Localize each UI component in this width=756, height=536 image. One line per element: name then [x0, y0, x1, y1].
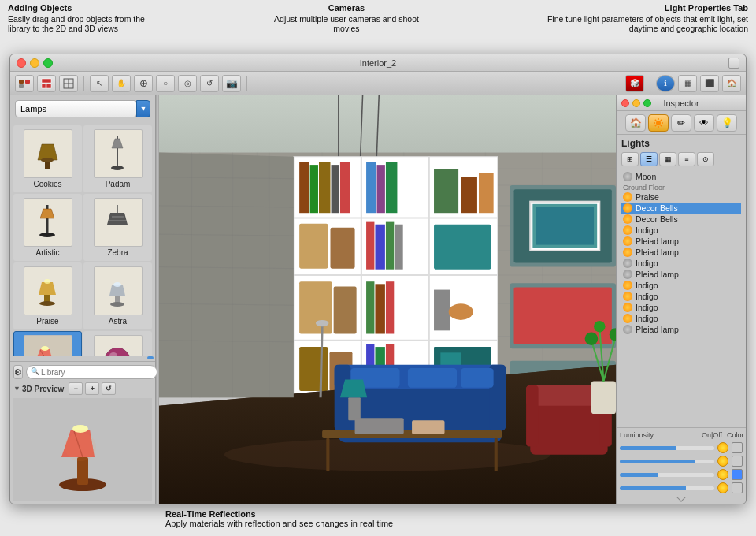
tab-lamp[interactable]: 💡 — [717, 114, 737, 132]
slider-row — [620, 442, 743, 453]
list-item[interactable]: Indigo — [621, 302, 741, 313]
list-item[interactable]: Indigo — [621, 313, 741, 324]
scroll-indicator — [147, 356, 154, 359]
color-swatch[interactable] — [732, 456, 743, 467]
list-item[interactable]: Reading Lamp — [13, 331, 82, 356]
select-tool[interactable]: ↖ — [90, 75, 109, 92]
svg-rect-97 — [366, 281, 374, 333]
svg-rect-93 — [395, 225, 402, 270]
light-icon — [623, 214, 632, 224]
search-icon: 🔍 — [31, 367, 39, 375]
light-icon — [623, 292, 632, 301]
circle2-tool[interactable]: ◎ — [178, 75, 197, 92]
light-view-details[interactable]: ≡ — [678, 152, 695, 166]
tab-object[interactable]: 🏠 — [625, 114, 646, 132]
list-item[interactable]: Pleiad lamp — [621, 324, 741, 335]
toolbar-rooms-btn[interactable] — [37, 75, 56, 92]
inspector-maximize[interactable] — [643, 99, 651, 107]
add-tool[interactable]: ⊕ — [134, 75, 153, 92]
luminosity-slider[interactable] — [620, 460, 714, 463]
room-scene — [159, 95, 616, 504]
luminosity-slider[interactable] — [620, 473, 714, 477]
inspector-minimize[interactable] — [632, 99, 640, 107]
color-swatch[interactable] — [732, 442, 743, 453]
info-btn[interactable]: ℹ — [656, 75, 675, 92]
svg-rect-91 — [375, 225, 384, 270]
list-item[interactable]: Zebra — [83, 194, 152, 261]
list-item[interactable]: Decor Bells — [621, 214, 741, 225]
section-label: Ground Floor — [621, 182, 741, 192]
minimize-button[interactable] — [30, 58, 39, 68]
maximize-button[interactable] — [43, 58, 53, 68]
list-item[interactable]: Praise — [621, 192, 741, 203]
reset-view-btn[interactable]: ↺ — [102, 382, 116, 395]
color-swatch[interactable] — [732, 469, 743, 480]
light-icon — [623, 192, 632, 202]
list-item[interactable]: Decor Bells — [621, 203, 741, 214]
home-btn[interactable]: 🏠 — [722, 75, 741, 92]
rotate-tool[interactable]: ↺ — [200, 75, 219, 92]
item-thumbnail — [94, 198, 143, 247]
list-item[interactable]: Pleiad lamp — [621, 247, 741, 258]
svg-rect-0 — [19, 80, 24, 84]
list-item[interactable]: Indigo — [621, 291, 741, 302]
svg-point-144 — [585, 332, 598, 345]
svg-marker-20 — [107, 213, 128, 225]
light-view-list[interactable]: ☰ — [640, 152, 658, 166]
preview-area — [13, 398, 152, 501]
list-item[interactable]: Indigo — [621, 280, 741, 291]
category-selector: Lamps ▼ — [15, 100, 150, 117]
list-item[interactable]: Astra — [83, 262, 152, 329]
left-panel: Lamps ▼ Cookies — [10, 95, 156, 504]
svg-marker-15 — [112, 139, 123, 148]
svg-point-24 — [39, 301, 55, 306]
resize-button[interactable] — [728, 58, 739, 69]
list-item[interactable]: Padam — [83, 125, 152, 192]
color-swatch[interactable] — [732, 482, 743, 493]
search-input[interactable] — [26, 365, 158, 379]
view-2d-btn[interactable]: ▦ — [678, 75, 697, 92]
tab-light[interactable] — [648, 114, 669, 132]
bulb-icon — [717, 469, 728, 480]
light-view-grid[interactable]: ▦ — [659, 152, 676, 166]
list-item[interactable]: Artistic — [13, 194, 82, 261]
luminosity-slider[interactable] — [620, 486, 714, 490]
light-icon — [623, 281, 632, 290]
3d-view[interactable] — [159, 95, 616, 504]
tab-edit[interactable]: ✏ — [671, 114, 691, 132]
list-item[interactable]: Pleiad lamp — [621, 269, 741, 280]
svg-rect-90 — [366, 222, 374, 270]
toolbar: ↖ ✋ ⊕ ○ ◎ ↺ 📷 🎲 ℹ ▦ ⬛ 🏠 — [10, 72, 746, 95]
toolbar-grid-btn[interactable] — [59, 75, 78, 92]
view-3d-btn[interactable]: ⬛ — [700, 75, 719, 92]
list-item[interactable]: Indigo — [621, 225, 741, 236]
light-view-all[interactable]: ⊞ — [621, 152, 639, 166]
item-thumbnail — [24, 335, 72, 356]
list-item[interactable]: Pleiad lamp — [621, 236, 741, 247]
tab-view[interactable]: 👁 — [694, 114, 714, 132]
light-name: Indigo — [636, 303, 658, 312]
category-dropdown[interactable]: Lamps — [15, 100, 137, 117]
list-item[interactable]: Cookies — [13, 125, 82, 192]
view-toggle[interactable]: ▼ 3D Preview − + ↺ — [13, 382, 152, 395]
luminosity-slider[interactable] — [620, 446, 714, 450]
toolbar-library-btn[interactable] — [15, 75, 34, 92]
dice-btn[interactable]: 🎲 — [625, 75, 644, 92]
light-view-map[interactable]: ⊙ — [697, 152, 714, 166]
lights-list: Moon Ground Floor Praise Decor Bells — [621, 171, 741, 424]
inspector-close[interactable] — [621, 99, 629, 107]
zoom-in-btn[interactable]: + — [85, 382, 99, 395]
camera-tool[interactable]: 📷 — [222, 75, 241, 92]
pan-tool[interactable]: ✋ — [112, 75, 131, 92]
svg-rect-83 — [377, 165, 385, 213]
list-item[interactable]: Indigo — [621, 258, 741, 269]
circle-tool[interactable]: ○ — [156, 75, 175, 92]
svg-point-157 — [656, 121, 661, 125]
svg-marker-18 — [40, 209, 54, 218]
list-item[interactable]: Glass Ball — [83, 331, 152, 356]
settings-button[interactable]: ⚙ — [13, 365, 23, 379]
list-item[interactable]: Moon — [621, 171, 741, 182]
list-item[interactable]: Praise — [13, 262, 82, 329]
close-button[interactable] — [17, 58, 26, 68]
zoom-out-btn[interactable]: − — [69, 382, 83, 395]
